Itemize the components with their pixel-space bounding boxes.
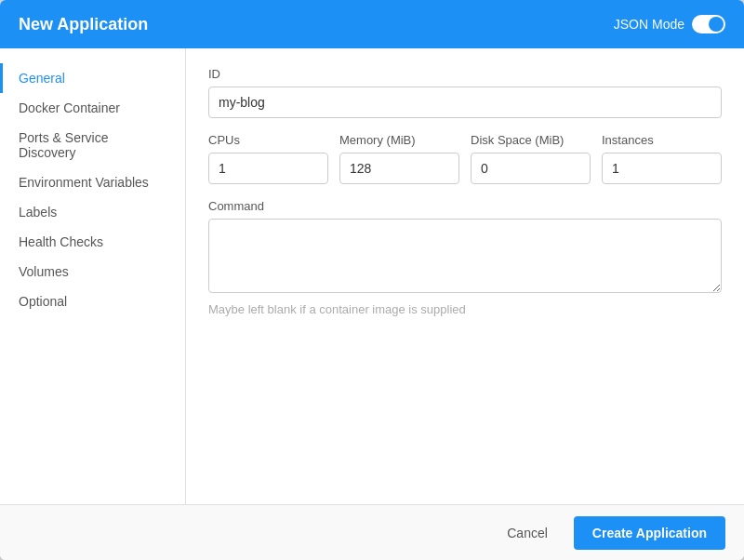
id-input[interactable]: [208, 87, 722, 118]
toggle-knob: [709, 17, 724, 32]
cancel-button[interactable]: Cancel: [492, 518, 563, 548]
json-mode-area: JSON Mode: [614, 15, 725, 33]
sidebar: General Docker Container Ports & Service…: [0, 48, 186, 504]
id-group: ID: [208, 67, 722, 118]
sidebar-item-labels[interactable]: Labels: [0, 197, 185, 227]
cpus-input[interactable]: [208, 153, 328, 184]
sidebar-item-ports[interactable]: Ports & Service Discovery: [0, 123, 185, 167]
sidebar-item-health-checks[interactable]: Health Checks: [0, 227, 185, 257]
cpus-col: CPUs: [208, 133, 328, 184]
modal-body: General Docker Container Ports & Service…: [0, 48, 744, 504]
modal-header: New Application JSON Mode: [0, 0, 744, 48]
cpus-label: CPUs: [208, 133, 328, 147]
id-label: ID: [208, 67, 722, 81]
sidebar-item-env-vars[interactable]: Environment Variables: [0, 167, 185, 197]
sidebar-item-docker-container[interactable]: Docker Container: [0, 93, 185, 123]
command-help-text: Maybe left blank if a container image is…: [208, 302, 722, 316]
sidebar-item-optional[interactable]: Optional: [0, 287, 185, 316]
new-application-modal: New Application JSON Mode General Docker…: [0, 0, 744, 560]
disk-input[interactable]: [471, 153, 591, 184]
instances-label: Instances: [602, 133, 722, 147]
instances-col: Instances: [602, 133, 722, 184]
create-application-button[interactable]: Create Application: [574, 516, 725, 550]
disk-col: Disk Space (MiB): [471, 133, 591, 184]
modal-title: New Application: [19, 15, 148, 34]
resources-grid: CPUs Memory (MiB) Disk Space (MiB) Insta…: [208, 133, 722, 184]
memory-input[interactable]: [339, 153, 459, 184]
modal-footer: Cancel Create Application: [0, 504, 744, 560]
json-mode-label: JSON Mode: [614, 17, 684, 32]
command-group: Command Maybe left blank if a container …: [208, 199, 722, 316]
sidebar-item-general[interactable]: General: [0, 63, 185, 93]
instances-input[interactable]: [602, 153, 722, 184]
memory-label: Memory (MiB): [339, 133, 459, 147]
sidebar-item-volumes[interactable]: Volumes: [0, 257, 185, 287]
command-label: Command: [208, 199, 722, 213]
json-mode-toggle[interactable]: [692, 15, 725, 33]
memory-col: Memory (MiB): [339, 133, 459, 184]
form-content: ID CPUs Memory (MiB) Disk Space (MiB): [186, 48, 744, 504]
disk-label: Disk Space (MiB): [471, 133, 591, 147]
command-textarea[interactable]: [208, 219, 722, 293]
